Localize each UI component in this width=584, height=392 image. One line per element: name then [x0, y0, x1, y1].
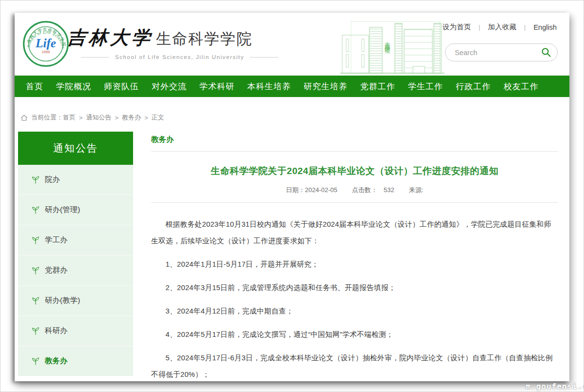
college-name: 生命科学学院	[156, 29, 253, 49]
article-paragraph: 1、2024年1月1日-5月17日，开题并开展研究；	[151, 256, 558, 273]
watermark-text: m.goufensi.c	[526, 382, 584, 391]
nav-item-research[interactable]: 学术科研	[193, 81, 241, 92]
page-card: 吉林大学生命科学学院 Life 1959 School of Life Scie…	[15, 13, 569, 381]
meta-clicks-value: 532	[384, 186, 394, 194]
top-utility-links: 设为首页 | 加入收藏 | English	[443, 22, 557, 32]
sidebar-item-label: 学工办	[45, 235, 68, 245]
breadcrumb: 当前位置： 首页 > 通知公告 > 教务办 > 正文	[15, 97, 569, 124]
sidebar-item-label: 教务办	[45, 356, 68, 366]
nav-item-home[interactable]: 首页	[19, 81, 50, 92]
subtitle-dash-left	[81, 57, 109, 58]
breadcrumb-current: 正文	[152, 113, 164, 122]
nav-item-student-affairs[interactable]: 学生工作	[402, 81, 449, 92]
english-link[interactable]: English	[533, 23, 557, 31]
school-logo-icon[interactable]: 吉林大学生命科学学院 Life 1959 School of Life Scie…	[22, 20, 69, 67]
sidebar-item-yanban-guanli[interactable]: 研办(管理)	[18, 195, 133, 225]
article-paragraph: 根据教务处2023年10月31日校内通知《关于做好2024届本科毕业论文（设计）…	[151, 216, 558, 249]
leaf-icon	[31, 236, 40, 245]
sidebar-item-jiaowuban[interactable]: 教务办	[18, 346, 133, 376]
sidebar-title: 通知公告	[18, 132, 133, 165]
search-icon	[541, 47, 551, 58]
logo-seal-icon: 吉林大学生命科学学院 Life 1959 School of Life Scie…	[22, 20, 69, 67]
sidebar-item-dangqunban[interactable]: 党群办	[18, 255, 133, 286]
breadcrumb-separator: >	[115, 114, 119, 121]
article-paragraph: 3、2024年4月12日前，完成中期自查；	[151, 303, 558, 319]
leaf-icon	[31, 327, 40, 335]
link-separator: |	[524, 23, 526, 31]
set-homepage-link[interactable]: 设为首页	[443, 22, 471, 32]
sidebar-item-yuanban[interactable]: 院办	[18, 165, 133, 195]
article-paragraph: 5、2024年5月17日-6月3日，完成全校本科毕业论文（设计）抽检外审，院内毕…	[151, 350, 558, 383]
leaf-icon	[31, 206, 40, 215]
meta-clicks-label: 点击数：	[352, 186, 377, 194]
article-panel: 教务办 生命科学学院关于2024届本科毕业论文（设计）工作进度安排的通知 日期：…	[151, 132, 558, 390]
sidebar-item-yanban-jiaoxue[interactable]: 研办(教学)	[18, 286, 133, 316]
add-favorite-link[interactable]: 加入收藏	[488, 22, 516, 32]
main-nav: 首页 学院概况 师资队伍 对外交流 学术科研 本科生培养 研究生培养 党群工作 …	[15, 76, 569, 97]
leaf-icon	[31, 296, 40, 305]
site-header: 吉林大学生命科学学院 Life 1959 School of Life Scie…	[15, 13, 569, 76]
leaf-icon	[31, 357, 40, 366]
breadcrumb-home[interactable]: 首页	[63, 113, 76, 122]
brand-subtitle: School of Life Sciences, Jilin Universit…	[81, 54, 278, 60]
divider	[151, 202, 558, 203]
nav-item-undergraduate[interactable]: 本科生培养	[241, 81, 297, 92]
nav-item-administration[interactable]: 行政工作	[449, 81, 497, 92]
leaf-icon	[31, 266, 40, 275]
article-paragraph: 2、2024年3月15日前，完成管理系统内选题和任务书、开题报告填报；	[151, 279, 558, 296]
article-paragraph: 4、2024年5月17日前，完成论文撰写，通过“中国知网”学术不端检测；	[151, 326, 558, 343]
nav-item-exchange[interactable]: 对外交流	[145, 81, 193, 92]
sidebar-item-label: 党群办	[45, 265, 68, 275]
building-label-text: 生命科学楼	[384, 37, 391, 54]
article-title: 生命科学学院关于2024届本科毕业论文（设计）工作进度安排的通知	[151, 165, 558, 177]
divider	[151, 151, 558, 152]
nav-item-graduate[interactable]: 研究生培养	[297, 81, 354, 92]
logo-center-text: Life	[35, 36, 56, 50]
brand-block: 吉林大学 生命科学学院 School of Life Sciences, Jil…	[67, 25, 278, 60]
article-body: 根据教务处2023年10月31日校内通知《关于做好2024届本科毕业论文（设计）…	[151, 216, 558, 383]
home-icon	[20, 114, 28, 121]
sidebar-item-keyanban[interactable]: 科研办	[18, 316, 133, 346]
leaf-icon	[31, 176, 40, 184]
nav-item-faculty[interactable]: 师资队伍	[97, 81, 145, 92]
sidebar-item-xuegongban[interactable]: 学工办	[18, 225, 133, 255]
sidebar: 通知公告 院办 研办(管理) 学工办 党群办	[18, 132, 133, 390]
building-drawing: 生命科学楼	[340, 20, 445, 76]
sidebar-item-label: 科研办	[45, 326, 68, 336]
nav-item-overview[interactable]: 学院概况	[50, 81, 97, 92]
nav-item-party[interactable]: 党群工作	[354, 81, 402, 92]
meta-date-value: 2024-02-05	[305, 186, 338, 194]
subtitle-dash-right	[250, 57, 278, 58]
sidebar-item-label: 院办	[45, 175, 60, 185]
search-button[interactable]	[541, 47, 551, 58]
college-name-english: School of Life Sciences, Jilin Universit…	[115, 54, 244, 60]
link-separator: |	[479, 23, 480, 31]
meta-date-label: 日期：	[286, 186, 305, 194]
article-meta: 日期：2024-02-05点击数：532来源:	[151, 186, 558, 195]
meta-source-label: 来源:	[409, 186, 424, 194]
section-title: 教务办	[151, 132, 558, 145]
content-area: 通知公告 院办 研办(管理) 学工办 党群办	[15, 132, 569, 390]
breadcrumb-prefix: 当前位置：	[31, 113, 63, 122]
search-box	[445, 43, 558, 61]
nav-item-alumni[interactable]: 校友工作	[497, 81, 545, 92]
breadcrumb-separator: >	[144, 114, 148, 121]
breadcrumb-separator: >	[79, 114, 83, 121]
sidebar-item-label: 研办(教学)	[45, 295, 80, 306]
breadcrumb-notices[interactable]: 通知公告	[86, 113, 112, 122]
sidebar-list: 院办 研办(管理) 学工办 党群办 研办(教学)	[18, 165, 133, 376]
breadcrumb-academic-office[interactable]: 教务办	[122, 113, 141, 122]
logo-year-text: 1959	[42, 50, 50, 54]
university-name-calligraphy: 吉林大学	[66, 25, 154, 50]
sidebar-item-label: 研办(管理)	[45, 205, 80, 215]
